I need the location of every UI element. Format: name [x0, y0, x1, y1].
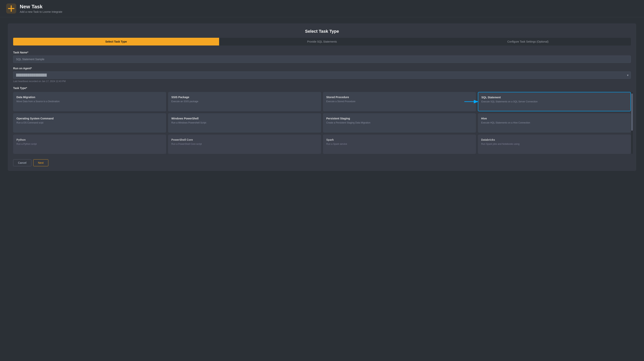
task-card-desc: Execute HQL Statements on a Hive Connect…: [481, 121, 628, 125]
page-subtitle: Add a new Task to Loome Integrate: [20, 10, 62, 13]
task-name-input[interactable]: [13, 56, 631, 63]
footer-actions: Cancel Next: [13, 158, 631, 166]
task-card-title: Spark: [326, 138, 473, 141]
page-header: New Task Add a new Task to Loome Integra…: [0, 0, 644, 17]
task-card-hive[interactable]: Hive Execute HQL Statements on a Hive Co…: [478, 113, 631, 133]
task-card-desc: Create a Persistent Staging Data Migrati…: [326, 121, 473, 125]
task-card-python[interactable]: Python Run a Python script: [13, 135, 166, 154]
task-card-title: Python: [16, 138, 163, 141]
task-card-title: Windows PowerShell: [171, 117, 318, 120]
task-card-title: Databricks: [481, 138, 628, 141]
step-tabs: Select Task Type Provide SQL Statements …: [13, 38, 631, 46]
task-card-title: Operating System Command: [16, 117, 163, 120]
tab-configure-settings[interactable]: Configure Task Settings (Optional): [425, 38, 631, 46]
tab-select-task-type[interactable]: Select Task Type: [13, 38, 219, 46]
task-card-sql-statement[interactable]: SQL Statement Execute SQL Statements on …: [478, 92, 631, 111]
header-text: New Task Add a new Task to Loome Integra…: [20, 4, 62, 13]
task-card-windows-powershell[interactable]: Windows PowerShell Run a Windows Powersh…: [168, 113, 321, 133]
task-card-desc: Run a OS Command scipt: [16, 121, 163, 125]
heartbeat-text: Last heartbeat recorded on Jan 17, 2024 …: [13, 80, 631, 83]
scrollbar-thumb[interactable]: [631, 94, 633, 131]
task-card-powershell-core[interactable]: PowerShell Core Run a PowerShell Core sc…: [168, 135, 321, 154]
task-type-label: Task Type*: [13, 87, 631, 90]
main-content: Select Task Type Select Task Type Provid…: [0, 17, 644, 176]
run-on-agent-wrapper: ████████████████ ▾: [13, 72, 631, 79]
page-title: New Task: [20, 4, 62, 10]
task-card-title: Persistent Staging: [326, 117, 473, 120]
task-card-title: Data Migration: [16, 96, 163, 99]
task-card-desc: Run a Spark service: [326, 142, 473, 146]
task-card-desc: Execute a Stored Procedure: [326, 100, 473, 103]
task-card-title: Stored Procedure: [326, 96, 473, 99]
task-card-os-command[interactable]: Operating System Command Run a OS Comman…: [13, 113, 166, 133]
task-card-desc: Run a Python script: [16, 142, 163, 146]
new-task-icon: [6, 4, 16, 14]
task-grid-container: Data Migration Move Data from a Source t…: [13, 92, 631, 154]
task-card-title: SQL Statement: [481, 96, 627, 99]
task-card-title: SSIS Package: [171, 96, 318, 99]
tab-provide-sql[interactable]: Provide SQL Statements: [219, 38, 425, 46]
scrollbar-track[interactable]: [631, 92, 633, 154]
task-card-desc: Run Spark jobs and Notebooks using: [481, 142, 628, 146]
task-card-desc: Run a PowerShell Core script: [171, 142, 318, 146]
dialog-card: Select Task Type Select Task Type Provid…: [8, 24, 636, 171]
task-card-persistent-staging[interactable]: Persistent Staging Create a Persistent S…: [323, 113, 476, 133]
task-card-data-migration[interactable]: Data Migration Move Data from a Source t…: [13, 92, 166, 111]
task-card-title: Hive: [481, 117, 628, 120]
task-card-ssis-package[interactable]: SSIS Package Execute an SSIS package: [168, 92, 321, 111]
task-card-desc: Execute SQL Statements on a SQL Server C…: [481, 100, 627, 103]
task-card-desc: Run a Windows Powershell Script: [171, 121, 318, 125]
task-card-stored-procedure[interactable]: Stored Procedure Execute a Stored Proced…: [323, 92, 476, 111]
next-button[interactable]: Next: [33, 159, 48, 166]
task-card-desc: Execute an SSIS package: [171, 100, 318, 103]
task-type-grid: Data Migration Move Data from a Source t…: [13, 92, 631, 154]
run-on-agent-select[interactable]: ████████████████: [13, 72, 631, 79]
task-card-desc: Move Data from a Source to a Destination: [16, 100, 163, 103]
task-card-spark[interactable]: Spark Run a Spark service: [323, 135, 476, 154]
selection-arrow: [464, 99, 480, 105]
task-card-title: PowerShell Core: [171, 138, 318, 141]
task-name-label: Task Name*: [13, 51, 631, 54]
dialog-title: Select Task Type: [13, 29, 631, 34]
task-name-group: Task Name*: [13, 51, 631, 63]
run-on-agent-group: Run on Agent* ████████████████ ▾ Last he…: [13, 67, 631, 83]
cancel-button[interactable]: Cancel: [13, 159, 31, 166]
task-card-databricks[interactable]: Databricks Run Spark jobs and Notebooks …: [478, 135, 631, 154]
run-on-agent-label: Run on Agent*: [13, 67, 631, 70]
